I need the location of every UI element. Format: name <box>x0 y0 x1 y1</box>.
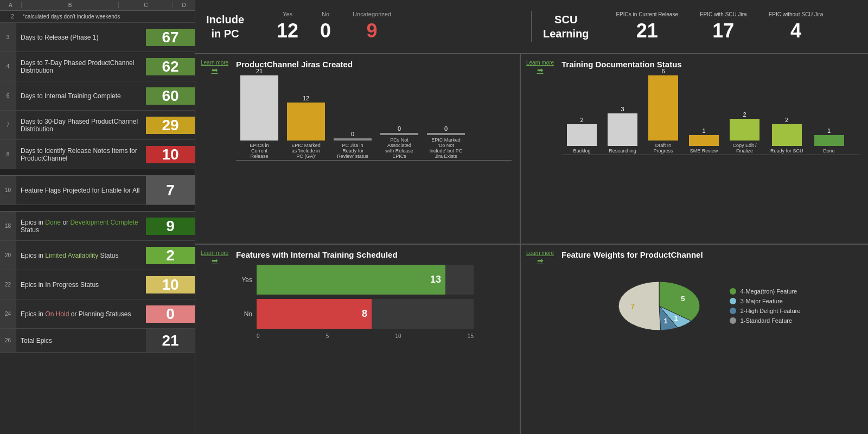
pc-bar-label-4: EPIC Marked'Do NotInclude' but PCJira Ex… <box>430 137 463 159</box>
training-bar-0 <box>567 124 597 146</box>
learn-more-pc[interactable]: Learn more ➡ <box>201 60 228 74</box>
scu-stat-without-label: EPIC without SCU Jira <box>769 11 824 17</box>
feature-flags-row: 10 Feature Flags Projected for Enable fo… <box>0 176 195 205</box>
epics-rows: 18 Epics in Done or Development Complete… <box>0 212 195 329</box>
charts-area: Learn more ➡ ProductChannel Jiras Create… <box>195 54 868 434</box>
pc-stat-yes-value: 12 <box>277 20 298 42</box>
epic-value-0: 9 <box>146 218 195 235</box>
horiz-bar-row-0: Yes 13 <box>236 265 512 295</box>
row-num-4: 7 <box>0 111 16 139</box>
training-bar-group-4: 2 Copy Edit /Finalize <box>730 111 760 154</box>
epic-value-1: 2 <box>146 247 195 264</box>
separator-2 <box>0 205 195 212</box>
legend-dot-1 <box>730 298 736 304</box>
metric-value-1: 67 <box>146 29 195 46</box>
feature-flags-label: Feature Flags Projected for Enable for A… <box>16 184 146 196</box>
training-doc-panel: Learn more ➡ Training Documentation Stat… <box>521 54 868 245</box>
pc-axis-line <box>236 160 512 161</box>
pc-bar-value-4: 0 <box>444 125 448 132</box>
scu-stat-with: EPIC with SCU Jira 17 <box>700 11 747 42</box>
metric-rows: 3 Days to Release (Phase 1) 67 4 Days to… <box>0 23 195 169</box>
right-panel: Includein PC Yes 12 No 0 Uncategorized 9… <box>195 0 868 434</box>
training-bar-chart: 2 Backlog 3 Researching 6 Draft InProgre… <box>561 72 860 154</box>
pie-slice-label-3: 7 <box>630 302 634 310</box>
chart-right: Learn more ➡ Training Documentation Stat… <box>521 54 868 434</box>
training-doc-title: Training Documentation Status <box>561 60 860 69</box>
metric-label-2: Days to 7-Day Phased ProductChannel Dist… <box>16 57 146 76</box>
metric-row-3: 6 Days to Internal Training Complete 60 <box>0 81 195 111</box>
pc-bar-label-2: PC Jira in'Ready forReview' status <box>337 143 368 159</box>
training-bar-label-6: Done <box>823 148 835 154</box>
col-a: A <box>0 2 22 8</box>
pc-bar-1 <box>287 103 325 141</box>
horiz-bar-container-1: 8 <box>257 299 474 329</box>
pie-area: 5117 4-Mega(tron) Feature 3-Major Featur… <box>551 263 860 349</box>
horiz-bar-fill-0: 13 <box>257 265 445 295</box>
metric-label-4: Days to 30-Day Phased ProductChannel Dis… <box>16 116 146 135</box>
pie-slice-label-2: 1 <box>663 317 667 325</box>
pie-chart-svg: 5117 <box>610 263 719 349</box>
legend-label-3: 1-Standard Feature <box>741 317 792 324</box>
training-bar-label-1: Researching <box>609 148 636 154</box>
legend-item-2: 2-High Delight Feature <box>730 308 801 314</box>
learn-more-training[interactable]: Learn more ➡ <box>201 250 228 265</box>
pc-bar-label-3: PCs NotAssociatedwith ReleaseEPICs <box>385 137 413 159</box>
scu-stat-with-label: EPIC with SCU Jira <box>700 11 747 17</box>
pc-bar-0 <box>240 75 278 141</box>
metric-row-4: 7 Days to 30-Day Phased ProductChannel D… <box>0 111 195 140</box>
metric-row-2: 4 Days to 7-Day Phased ProductChannel Di… <box>0 52 195 81</box>
metric-label-3: Days to Internal Training Complete <box>16 90 146 102</box>
training-bar-label-4: Copy Edit /Finalize <box>732 143 756 154</box>
total-label: Total Epics <box>16 335 146 347</box>
training-bar-value-1: 3 <box>621 106 624 112</box>
training-bar-6 <box>814 135 844 146</box>
metric-value-4: 29 <box>146 117 195 134</box>
pc-stat-no-value: 0 <box>320 20 331 42</box>
row-num-3: 6 <box>0 81 16 110</box>
legend-label-2: 2-High Delight Feature <box>741 308 801 314</box>
pc-bar-group-2: 0 PC Jira in'Ready forReview' status <box>334 131 372 159</box>
pc-stat-uncategorized: Uncategorized 9 <box>353 11 391 42</box>
pc-bar-2 <box>334 138 372 141</box>
epic-value-2: 10 <box>146 276 195 293</box>
legend-dot-2 <box>730 308 736 314</box>
separator-1 <box>0 169 195 176</box>
feature-weights-title: Feature Weights for ProductChannel <box>561 250 860 259</box>
pc-stat-no-label: No <box>322 11 329 17</box>
col-d: D <box>173 2 195 8</box>
training-bar-value-3: 1 <box>702 127 705 134</box>
training-bar-group-2: 6 Draft InProgress <box>648 68 678 154</box>
row-num-ff: 10 <box>0 176 16 205</box>
pc-bar-group-0: 21 EPICs inCurrentRelease <box>240 68 278 159</box>
training-bar-1 <box>608 113 637 146</box>
training-bar-value-0: 2 <box>580 117 583 123</box>
epic-label-2: Epics in In Progress Status <box>16 279 146 291</box>
training-bar-label-0: Backlog <box>573 148 590 154</box>
learn-more-training-doc[interactable]: Learn more ➡ <box>526 60 554 74</box>
epic-row-num-3: 24 <box>0 299 16 328</box>
row-num-5: 8 <box>0 140 16 169</box>
pc-stat-no: No 0 <box>320 11 331 42</box>
pc-bar-group-1: 12 EPIC Markedas 'Include inPC (GA)' <box>287 95 325 159</box>
training-bar-group-6: 1 Done <box>814 127 844 154</box>
training-bar-value-5: 2 <box>785 117 788 123</box>
epic-label-3: Epics in On Hold or Planning Statuses <box>16 308 146 320</box>
epic-label-0: Epics in Done or Development Complete St… <box>16 216 146 236</box>
pc-stat-yes-label: Yes <box>283 11 292 17</box>
training-bar-label-3: SME Review <box>690 148 718 154</box>
pie-slice-label-1: 1 <box>674 314 678 322</box>
pc-stat-yes: Yes 12 <box>277 11 298 42</box>
metric-value-5: 10 <box>146 146 195 163</box>
pc-bar-group-4: 0 EPIC Marked'Do NotInclude' but PCJira … <box>427 125 465 159</box>
row-num-2: 4 <box>0 52 16 81</box>
column-headers: A B C D <box>0 0 195 11</box>
pie-slice-label-0: 5 <box>681 295 685 303</box>
epic-label-1: Epics in Limited Availability Status <box>16 250 146 261</box>
total-value: 21 <box>146 329 195 352</box>
legend-area: 4-Mega(tron) Feature 3-Major Feature 2-H… <box>730 285 801 327</box>
legend-item-3: 1-Standard Feature <box>730 317 801 324</box>
scu-stat-current-value: 21 <box>636 20 658 42</box>
training-bar-value-6: 1 <box>827 127 831 134</box>
horiz-row-label-0: Yes <box>236 276 252 284</box>
learn-more-weights[interactable]: Learn more ➡ <box>526 250 554 265</box>
